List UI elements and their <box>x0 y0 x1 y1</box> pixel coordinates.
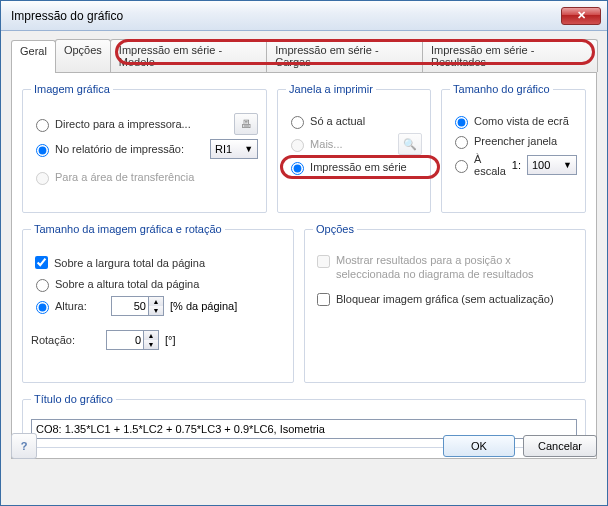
titlebar: Impressão do gráfico ✕ <box>1 1 607 31</box>
legend-janela: Janela a imprimir <box>286 83 376 95</box>
select-escala[interactable]: 100 ▼ <box>527 155 577 175</box>
radio-relatorio[interactable] <box>36 144 49 157</box>
label-relatorio: No relatório de impressão: <box>55 143 184 155</box>
label-so-actual: Só a actual <box>310 115 365 127</box>
cancel-button[interactable]: Cancelar <box>523 435 597 457</box>
radio-preencher[interactable] <box>455 136 468 149</box>
radio-impressao-serie[interactable] <box>291 162 304 175</box>
spin-down-icon[interactable]: ▼ <box>149 306 163 315</box>
group-janela-imprimir: Janela a imprimir Só a actual Mais... 🔍 <box>277 83 431 213</box>
label-altura: Altura: <box>55 300 111 312</box>
check-mostrar-resultados <box>317 255 330 268</box>
unit-rotacao: [°] <box>165 334 176 346</box>
label-bloquear: Bloquear imagem gráfica (sem actualizaçã… <box>336 293 554 305</box>
label-clipboard: Para a área de transferência <box>55 171 194 183</box>
window-title: Impressão do gráfico <box>11 9 561 23</box>
help-icon: ? <box>21 440 28 452</box>
group-imagem-grafica: Imagem gráfica Directo para a impressora… <box>22 83 267 213</box>
legend-opcoes: Opções <box>313 223 357 235</box>
tab-opcoes[interactable]: Opções <box>55 39 111 72</box>
group-tamanho-grafico: Tamanho do gráfico Como vista de ecrã Pr… <box>441 83 586 213</box>
spin-down-icon[interactable]: ▼ <box>144 340 158 349</box>
legend-imagem: Imagem gráfica <box>31 83 113 95</box>
search-icon: 🔍 <box>403 138 417 151</box>
mais-icon-button: 🔍 <box>398 133 422 155</box>
chevron-down-icon: ▼ <box>563 160 572 170</box>
spinner-rotacao-input[interactable] <box>107 331 143 349</box>
legend-titulo: Título do gráfico <box>31 393 116 405</box>
printer-icon: 🖶 <box>241 118 252 130</box>
printer-icon-button[interactable]: 🖶 <box>234 113 258 135</box>
spinner-altura-input[interactable] <box>112 297 148 315</box>
tab-panel: Imagem gráfica Directo para a impressora… <box>11 72 597 459</box>
label-escala-prefix: 1: <box>512 159 521 171</box>
label-largura-total: Sobre a largura total da página <box>54 257 205 269</box>
spin-up-icon[interactable]: ▲ <box>149 297 163 306</box>
radio-directo-impressora[interactable] <box>36 119 49 132</box>
tab-geral[interactable]: Geral <box>11 40 56 73</box>
label-preencher: Preencher janela <box>474 135 557 147</box>
unit-altura: [% da página] <box>170 300 237 312</box>
spinner-altura[interactable]: ▲▼ <box>111 296 164 316</box>
radio-escala[interactable] <box>455 160 468 173</box>
label-escala: À escala <box>474 153 506 177</box>
chevron-down-icon: ▼ <box>244 144 253 154</box>
radio-clipboard <box>36 172 49 185</box>
label-directo: Directo para a impressora... <box>55 118 191 130</box>
radio-so-actual[interactable] <box>291 116 304 129</box>
tabs: Geral Opções Impressão em série - Modelo… <box>11 39 597 72</box>
spinner-rotacao[interactable]: ▲▼ <box>106 330 159 350</box>
tab-serie-resultados[interactable]: Impressão em série - Resultados <box>422 39 598 72</box>
check-largura-total[interactable] <box>35 256 48 269</box>
label-rotacao: Rotação: <box>31 334 106 346</box>
tab-serie-cargas[interactable]: Impressão em série - Cargas <box>266 39 423 72</box>
label-como-vista: Como vista de ecrã <box>474 115 569 127</box>
check-bloquear-imagem[interactable] <box>317 293 330 306</box>
label-mostrar-resultados: Mostrar resultados para a posição x sele… <box>336 253 577 282</box>
radio-mais <box>291 139 304 152</box>
group-opcoes: Opções Mostrar resultados para a posição… <box>304 223 586 383</box>
close-icon: ✕ <box>577 9 586 22</box>
spin-up-icon[interactable]: ▲ <box>144 331 158 340</box>
select-relatorio-value: RI1 <box>215 143 232 155</box>
radio-altura[interactable] <box>36 301 49 314</box>
help-button[interactable]: ? <box>11 433 37 459</box>
label-impressao-serie: Impressão em série <box>310 161 407 173</box>
select-escala-value: 100 <box>532 159 550 171</box>
label-altura-total: Sobre a altura total da página <box>55 278 199 290</box>
label-mais: Mais... <box>310 138 342 150</box>
legend-tamanho: Tamanho do gráfico <box>450 83 553 95</box>
content: Geral Opções Impressão em série - Modelo… <box>1 31 607 469</box>
legend-tamanho-rotacao: Tamanho da imagem gráfica e rotação <box>31 223 225 235</box>
footer: ? OK Cancelar <box>11 433 597 459</box>
close-button[interactable]: ✕ <box>561 7 601 25</box>
tab-serie-modelo[interactable]: Impressão em série - Modelo <box>110 39 267 72</box>
select-relatorio[interactable]: RI1 ▼ <box>210 139 258 159</box>
group-tamanho-rotacao: Tamanho da imagem gráfica e rotação Sobr… <box>22 223 294 383</box>
dialog-window: Impressão do gráfico ✕ Geral Opções Impr… <box>0 0 608 506</box>
ok-button[interactable]: OK <box>443 435 515 457</box>
radio-altura-total[interactable] <box>36 279 49 292</box>
radio-como-vista[interactable] <box>455 116 468 129</box>
